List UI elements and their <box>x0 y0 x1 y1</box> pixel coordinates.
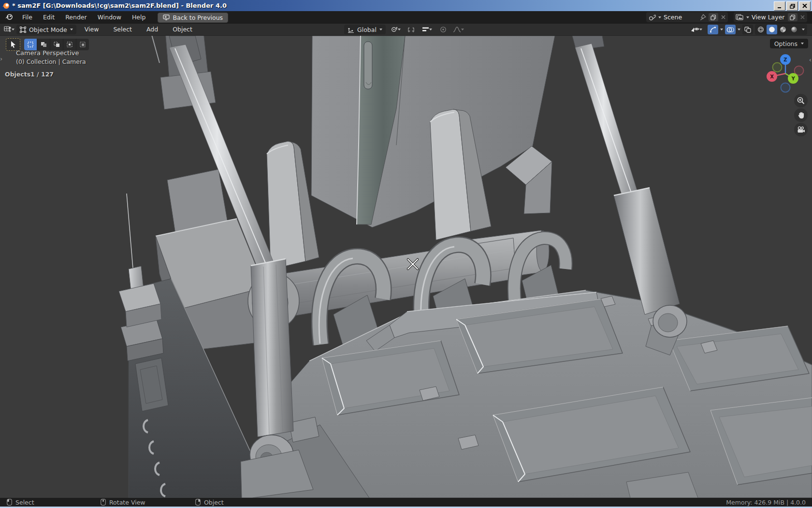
minimize-icon <box>777 4 782 8</box>
middle-mouse-icon <box>101 499 106 506</box>
toolbar-expand-arrow[interactable]: › <box>0 55 2 62</box>
scene-selector[interactable]: Scene <box>646 12 728 22</box>
snap-settings-chevron <box>429 29 432 30</box>
select-subtract-button[interactable] <box>50 39 63 50</box>
orientation-chevron <box>379 29 382 30</box>
viewport-3d[interactable]: Options Camera Perspective (0) Collectio… <box>0 36 812 498</box>
orientation-axes-icon <box>348 27 354 33</box>
shading-solid-button[interactable] <box>767 25 777 34</box>
options-label: Options <box>774 40 798 47</box>
viewport-menu-select[interactable]: Select <box>107 24 138 35</box>
scene-name: Scene <box>664 14 697 21</box>
memory-version-label: Memory: 426.9 MiB | 4.0.0 <box>726 498 806 507</box>
viewport-canvas[interactable] <box>0 36 812 498</box>
select-intersect-button[interactable] <box>76 39 89 50</box>
restore-icon <box>790 4 795 9</box>
proportional-editing-button[interactable] <box>438 25 449 34</box>
gizmo-axis-neg-y[interactable] <box>773 63 782 72</box>
view-layer-selector[interactable]: View Layer <box>734 12 807 22</box>
viewport-menu-object[interactable]: Object <box>166 24 199 35</box>
editor-type-chevron <box>12 29 14 30</box>
menu-edit[interactable]: Edit <box>38 11 60 24</box>
blender-app-icon <box>2 2 10 10</box>
camera-view-button[interactable] <box>794 123 808 136</box>
snap-toggle-button[interactable] <box>406 25 417 34</box>
show-gizmo-button[interactable] <box>708 25 718 34</box>
minimize-button[interactable] <box>774 1 785 11</box>
menu-window[interactable]: Window <box>92 11 127 24</box>
gizmo-axis-x[interactable]: X <box>767 71 777 82</box>
object-visibility-button[interactable] <box>687 25 706 34</box>
blender-window: * sam2F [G:\Downloads\!cg\sam2\sam2F.ble… <box>0 0 812 508</box>
visibility-eye-icon <box>691 27 699 33</box>
zoom-button[interactable] <box>794 94 808 107</box>
falloff-chevron <box>461 29 464 30</box>
mode-selector-chevron <box>70 29 73 30</box>
back-to-previous-button[interactable]: Back to Previous <box>158 13 228 23</box>
overlays-chevron[interactable] <box>738 29 740 30</box>
view-layer-name: View Layer <box>752 14 785 21</box>
pin-icon[interactable] <box>700 14 706 21</box>
camera-icon <box>797 126 805 133</box>
orientation-label: Global <box>357 26 377 33</box>
solid-sphere-icon <box>768 26 775 33</box>
top-menu-bar: File Edit Render Window Help Back to Pre… <box>0 11 812 24</box>
shading-chevron[interactable] <box>802 29 805 30</box>
shading-material-button[interactable] <box>778 25 788 34</box>
gizmo-axis-y[interactable]: Y <box>788 73 798 84</box>
zoom-icon <box>797 97 805 105</box>
right-mouse-icon <box>195 499 201 506</box>
scene-dropdown-chevron <box>658 16 661 18</box>
left-mouse-icon <box>7 499 12 506</box>
blender-logo-icon[interactable] <box>0 14 17 22</box>
gizmo-axis-z[interactable]: Z <box>780 54 791 65</box>
viewport-menu-view[interactable]: View <box>78 24 105 35</box>
xray-toggle-button[interactable] <box>742 25 753 34</box>
cursor-arrow-icon <box>11 41 16 48</box>
svg-text:Y: Y <box>791 76 795 81</box>
active-object-label: (0) Collection | Camera <box>16 58 86 65</box>
editor-type-button[interactable] <box>4 25 14 34</box>
svg-text:X: X <box>770 74 774 79</box>
pan-button[interactable] <box>794 108 808 122</box>
menu-render[interactable]: Render <box>60 11 92 24</box>
gizmo-axis-neg-z[interactable] <box>781 83 790 92</box>
select-set-button[interactable] <box>24 39 37 50</box>
stats-objects-label: Objects <box>5 71 30 78</box>
pivot-point-chevron <box>398 29 401 30</box>
proportional-falloff-button[interactable] <box>450 25 467 34</box>
viewport-menu-add[interactable]: Add <box>140 24 164 35</box>
scene-icon <box>648 14 656 21</box>
title-bar[interactable]: * sam2F [G:\Downloads\!cg\sam2\sam2F.ble… <box>0 0 812 11</box>
visibility-chevron <box>699 29 702 30</box>
window-title: * sam2F [G:\Downloads\!cg\sam2\sam2F.ble… <box>12 2 227 9</box>
xray-icon <box>744 27 751 33</box>
shading-wireframe-button[interactable] <box>755 25 766 34</box>
menu-file[interactable]: File <box>17 11 38 24</box>
unlink-scene-icon[interactable] <box>721 15 726 20</box>
close-button[interactable] <box>799 1 811 11</box>
navigation-gizmo[interactable]: Z X Y <box>759 47 812 100</box>
new-view-layer-button[interactable] <box>788 13 798 21</box>
status-object-label: Object <box>204 499 224 506</box>
pivot-point-button[interactable] <box>388 25 404 34</box>
remove-view-layer-icon[interactable] <box>800 15 805 20</box>
restore-button[interactable] <box>786 1 798 11</box>
back-to-previous-label: Back to Previous <box>173 14 223 21</box>
transform-orientation-selector[interactable]: Global <box>344 25 386 34</box>
menu-help[interactable]: Help <box>127 11 151 24</box>
gizmo-chevron[interactable] <box>720 29 723 30</box>
rendered-sphere-icon <box>791 26 798 33</box>
snap-settings-button[interactable] <box>419 25 436 34</box>
select-invert-button[interactable] <box>63 39 76 50</box>
mode-selector[interactable]: Object Mode <box>16 25 76 34</box>
material-sphere-icon <box>780 26 786 33</box>
status-bar: Select Rotate View Object Memory: 426.9 … <box>0 498 812 507</box>
show-overlays-button[interactable] <box>725 25 736 34</box>
select-extend-button[interactable] <box>37 39 50 50</box>
options-chevron <box>801 43 804 45</box>
mode-selector-label: Object Mode <box>29 26 67 33</box>
new-scene-button[interactable] <box>709 13 718 21</box>
view-name-label: Camera Perspective <box>16 49 79 57</box>
shading-rendered-button[interactable] <box>789 25 799 34</box>
